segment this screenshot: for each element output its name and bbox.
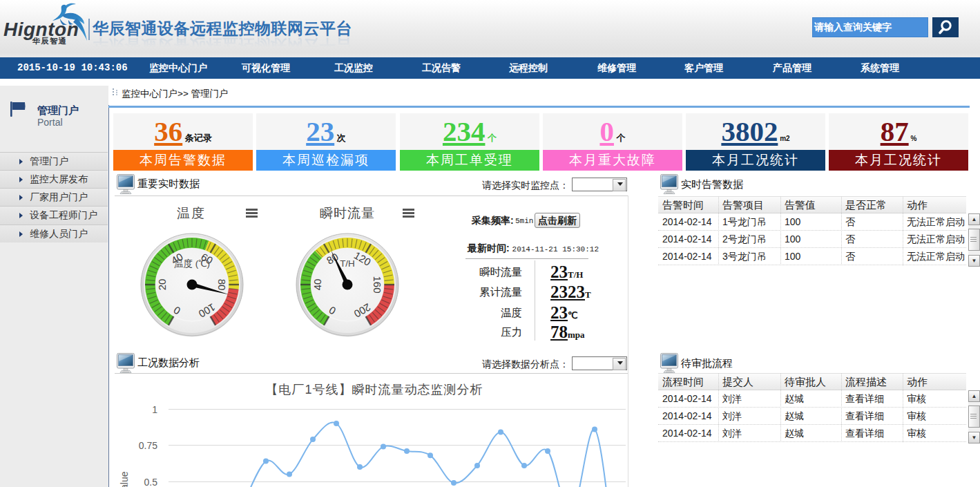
svg-text:40: 40 — [311, 279, 323, 291]
svg-text:温度 (℃): 温度 (℃) — [174, 258, 210, 269]
svg-text:80: 80 — [216, 279, 228, 291]
svg-text:T/H: T/H — [340, 258, 355, 269]
svg-text:20: 20 — [156, 279, 168, 291]
svg-text:160: 160 — [372, 276, 383, 293]
